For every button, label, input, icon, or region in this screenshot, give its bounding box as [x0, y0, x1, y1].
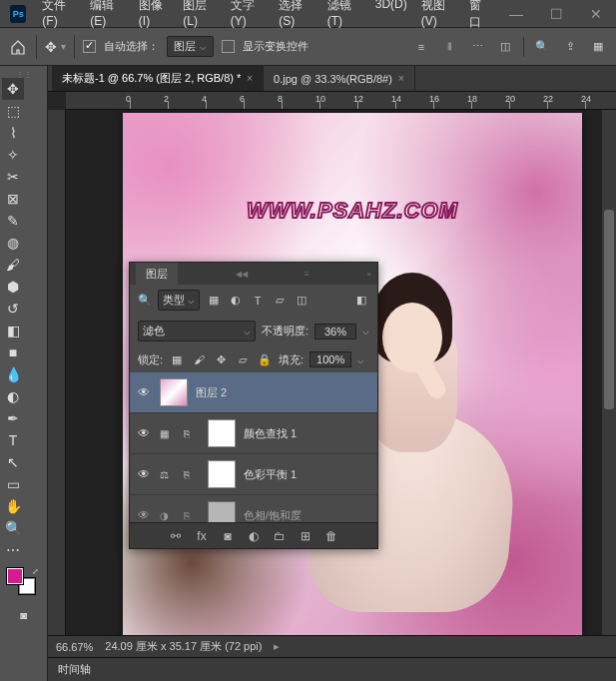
lock-pixels-icon[interactable]: 🖌: [191, 351, 207, 367]
status-menu-icon[interactable]: ▸: [274, 640, 280, 653]
layer-name[interactable]: 色相/饱和度: [244, 508, 302, 523]
lock-all-icon[interactable]: 🔒: [257, 351, 273, 367]
tab-document-1[interactable]: 未标题-1 @ 66.7% (图层 2, RGB/8) *×: [52, 66, 264, 91]
panel-menu-icon[interactable]: ≡: [305, 270, 309, 279]
workspace-icon[interactable]: ▦: [588, 37, 608, 57]
link-layers-icon[interactable]: ⚯: [168, 529, 184, 543]
layer-mask-thumbnail[interactable]: [208, 419, 236, 447]
menu-3d[interactable]: 3D(D): [369, 0, 413, 35]
type-tool[interactable]: T: [2, 429, 24, 451]
filter-adjust-icon[interactable]: ◐: [228, 293, 244, 309]
menu-image[interactable]: 图像(I): [133, 0, 176, 35]
minimize-button[interactable]: —: [496, 0, 536, 28]
dodge-tool[interactable]: ◐: [2, 385, 24, 407]
layer-row[interactable]: 👁 图层 2: [130, 372, 377, 413]
filter-toggle-icon[interactable]: ◧: [353, 293, 369, 309]
filter-shape-icon[interactable]: ▱: [272, 293, 288, 309]
layer-mask-thumbnail[interactable]: [208, 460, 236, 488]
lock-position-icon[interactable]: ✥: [213, 351, 229, 367]
magic-wand-tool[interactable]: ✧: [2, 144, 24, 166]
gradient-tool[interactable]: ■: [2, 341, 24, 363]
opacity-input[interactable]: [314, 324, 356, 340]
layer-row[interactable]: 👁 ⚖ ⎘ 色彩平衡 1: [130, 454, 377, 495]
toolbox-grip[interactable]: ⋮⋮: [2, 70, 45, 78]
layer-row[interactable]: 👁 ▦ ⎘ 颜色查找 1: [130, 413, 377, 454]
panel-header[interactable]: 图层 ◀◀ ≡ ×: [130, 263, 377, 285]
edit-toolbar[interactable]: ⋯: [2, 539, 24, 561]
auto-select-checkbox[interactable]: [83, 40, 96, 53]
crop-tool[interactable]: ✂: [2, 166, 24, 188]
brush-tool[interactable]: 🖌: [2, 254, 24, 276]
layer-mask-icon[interactable]: ◙: [220, 529, 236, 543]
lasso-tool[interactable]: ⌇: [2, 122, 24, 144]
visibility-icon[interactable]: 👁: [138, 467, 152, 481]
menu-window[interactable]: 窗口: [463, 0, 496, 35]
distribute-icon[interactable]: ⫴: [439, 37, 459, 57]
stamp-tool[interactable]: ⬢: [2, 276, 24, 298]
frame-tool[interactable]: ⊠: [2, 188, 24, 210]
pen-tool[interactable]: ✒: [2, 407, 24, 429]
menu-type[interactable]: 文字(Y): [225, 0, 272, 35]
menu-filter[interactable]: 滤镜(T): [321, 0, 367, 35]
horizontal-ruler[interactable]: 024681012141618202224: [66, 92, 616, 110]
move-tool[interactable]: ✥: [2, 78, 24, 100]
arrange-icon[interactable]: ⋯: [467, 37, 487, 57]
filter-smart-icon[interactable]: ◫: [294, 293, 309, 309]
adjustment-layer-icon[interactable]: ◐: [246, 529, 262, 543]
group-icon[interactable]: 🗀: [272, 529, 288, 543]
eraser-tool[interactable]: ◧: [2, 320, 24, 341]
blend-mode-select[interactable]: 滤色⌵: [138, 321, 256, 341]
menu-view[interactable]: 视图(V): [415, 0, 462, 35]
tool-dropdown-icon[interactable]: ▾: [61, 41, 66, 52]
fill-dropdown-icon[interactable]: ⌵: [357, 353, 364, 366]
layer-name[interactable]: 颜色查找 1: [244, 426, 297, 441]
menu-select[interactable]: 选择(S): [273, 0, 319, 35]
foreground-color[interactable]: [6, 567, 24, 585]
layer-name[interactable]: 色彩平衡 1: [244, 467, 297, 482]
marquee-tool[interactable]: ⬚: [2, 100, 24, 122]
lock-artboard-icon[interactable]: ▱: [235, 351, 251, 367]
filter-type-icon[interactable]: T: [250, 293, 266, 309]
layer-mask-thumbnail[interactable]: [208, 501, 236, 522]
mode3d-icon[interactable]: ◫: [495, 37, 515, 57]
hand-tool[interactable]: ✋: [2, 495, 24, 517]
visibility-icon[interactable]: 👁: [138, 508, 152, 522]
zoom-tool[interactable]: 🔍: [2, 517, 24, 539]
visibility-icon[interactable]: 👁: [138, 426, 152, 440]
vertical-scrollbar[interactable]: [602, 110, 616, 635]
search-icon[interactable]: 🔍: [532, 37, 552, 57]
menu-layer[interactable]: 图层(L): [177, 0, 222, 35]
menu-edit[interactable]: 编辑(E): [84, 0, 131, 35]
layer-thumbnail[interactable]: [160, 378, 188, 406]
shape-tool[interactable]: ▭: [2, 473, 24, 495]
close-tab-icon[interactable]: ×: [398, 73, 404, 84]
vertical-ruler[interactable]: [48, 110, 66, 635]
panel-close-icon[interactable]: ×: [366, 270, 371, 279]
lock-transparent-icon[interactable]: ▦: [169, 351, 185, 367]
share-icon[interactable]: ⇪: [560, 37, 580, 57]
align-icon[interactable]: ≡: [411, 37, 431, 57]
timeline-panel[interactable]: 时间轴: [48, 657, 616, 681]
new-layer-icon[interactable]: ⊞: [298, 529, 313, 543]
path-tool[interactable]: ↖: [2, 451, 24, 473]
document-dimensions[interactable]: 24.09 厘米 x 35.17 厘米 (72 ppi): [105, 639, 262, 654]
healing-tool[interactable]: ◍: [2, 232, 24, 254]
layers-tab[interactable]: 图层: [136, 263, 178, 286]
delete-layer-icon[interactable]: 🗑: [323, 529, 339, 543]
maximize-button[interactable]: ☐: [536, 0, 576, 28]
visibility-icon[interactable]: 👁: [138, 385, 152, 399]
blur-tool[interactable]: 💧: [2, 363, 24, 385]
search-icon[interactable]: 🔍: [138, 294, 152, 307]
layer-name[interactable]: 图层 2: [196, 385, 227, 400]
auto-select-target[interactable]: 图层⌵: [167, 36, 214, 57]
fill-input[interactable]: [309, 351, 351, 367]
close-button[interactable]: ✕: [576, 0, 616, 28]
quick-mask-toggle[interactable]: ◙: [2, 609, 45, 621]
menu-file[interactable]: 文件(F): [36, 0, 82, 35]
swap-colors-icon[interactable]: ⤢: [32, 567, 39, 576]
tab-document-2[interactable]: 0.jpg @ 33.3%(RGB/8#)×: [264, 66, 415, 91]
show-transform-checkbox[interactable]: [222, 40, 235, 53]
zoom-level[interactable]: 66.67%: [56, 641, 93, 653]
layer-row[interactable]: 👁 ◑ ⎘ 色相/饱和度: [130, 495, 377, 522]
eyedropper-tool[interactable]: ✎: [2, 210, 24, 232]
